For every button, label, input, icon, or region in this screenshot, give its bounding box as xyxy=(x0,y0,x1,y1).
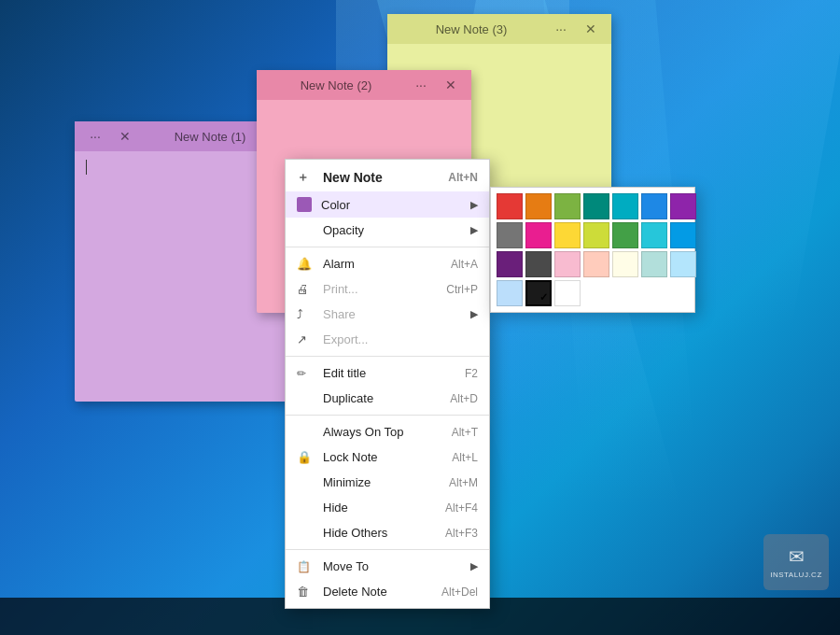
menu-item-share: ⤴ Share ▶ xyxy=(286,302,489,327)
menu-item-duplicate-shortcut: Alt+D xyxy=(450,392,478,405)
menu-item-delete-note[interactable]: 🗑 Delete Note Alt+Del xyxy=(286,579,489,604)
note3-buttons: ··· ✕ xyxy=(548,18,604,40)
menu-item-color-label: Color xyxy=(321,198,467,212)
alarm-icon: 🔔 xyxy=(297,257,315,271)
color-swatch[interactable] xyxy=(612,251,638,277)
lock-icon: 🔒 xyxy=(297,450,315,464)
color-swatch[interactable] xyxy=(497,193,523,219)
note3-close-button[interactable]: ✕ xyxy=(578,18,604,40)
edit-title-icon: ✏ xyxy=(297,367,315,380)
menu-item-always-on-top-label: Always On Top xyxy=(323,425,444,439)
menu-item-move-to[interactable]: 📋 Move To ▶ xyxy=(286,554,489,579)
menu-item-hide-others[interactable]: Hide Others Alt+F3 xyxy=(286,520,489,545)
menu-item-always-on-top[interactable]: Always On Top Alt+T xyxy=(286,419,489,444)
note2-header: New Note (2) ··· ✕ xyxy=(257,70,471,100)
menu-item-hide-others-label: Hide Others xyxy=(323,526,438,540)
color-swatch[interactable] xyxy=(670,222,696,248)
note1-cursor xyxy=(86,160,87,175)
menu-item-minimize-shortcut: Alt+M xyxy=(449,476,478,489)
color-swatch[interactable] xyxy=(525,222,552,248)
watermark-text: INSTALUJ.CZ xyxy=(770,571,822,579)
context-menu: ＋ New Note Alt+N Color ▶ Opacity ▶ 🔔 Ala… xyxy=(285,159,490,609)
menu-item-alarm-label: Alarm xyxy=(323,257,443,271)
menu-item-share-label: Share xyxy=(323,307,467,321)
menu-item-hide-label: Hide xyxy=(323,501,438,515)
export-icon: ↗ xyxy=(297,332,315,346)
menu-item-minimize[interactable]: Minimize Alt+M xyxy=(286,470,489,495)
menu-item-lock-note-shortcut: Alt+L xyxy=(452,451,478,464)
color-swatch[interactable] xyxy=(554,222,581,248)
color-palette xyxy=(490,187,695,313)
menu-item-color[interactable]: Color ▶ xyxy=(286,191,489,218)
color-swatch[interactable] xyxy=(554,280,581,306)
separator-2 xyxy=(286,356,489,357)
menu-item-move-to-label: Move To xyxy=(323,559,467,573)
menu-item-duplicate-label: Duplicate xyxy=(323,391,442,405)
color-swatch[interactable] xyxy=(525,251,552,277)
note2-close-button[interactable]: ✕ xyxy=(438,74,464,96)
menu-item-opacity-label: Opacity xyxy=(323,223,467,237)
move-to-arrow-icon: ▶ xyxy=(470,560,478,572)
note1-menu-button[interactable]: ··· xyxy=(82,125,108,148)
color-swatch[interactable] xyxy=(670,193,696,219)
menu-item-new-note-shortcut: Alt+N xyxy=(448,171,478,184)
share-arrow-icon: ▶ xyxy=(470,308,478,320)
menu-item-alarm-shortcut: Alt+A xyxy=(451,258,478,271)
menu-item-delete-note-shortcut: Alt+Del xyxy=(441,586,478,599)
menu-item-edit-title-shortcut: F2 xyxy=(465,367,478,380)
note3-menu-button[interactable]: ··· xyxy=(548,18,574,40)
menu-item-print: 🖨 Print... Ctrl+P xyxy=(286,276,489,302)
menu-item-minimize-label: Minimize xyxy=(323,475,441,489)
color-swatch[interactable] xyxy=(497,251,523,277)
menu-item-hide[interactable]: Hide Alt+F4 xyxy=(286,495,489,520)
color-swatch[interactable] xyxy=(583,251,609,277)
menu-item-export-label: Export... xyxy=(323,332,478,346)
move-to-icon: 📋 xyxy=(297,560,315,573)
color-swatch[interactable] xyxy=(641,193,667,219)
color-swatch[interactable] xyxy=(583,193,609,219)
menu-item-lock-note-label: Lock Note xyxy=(323,450,444,464)
menu-item-opacity[interactable]: Opacity ▶ xyxy=(286,218,489,243)
watermark: ✉ INSTALUJ.CZ xyxy=(763,534,829,590)
note3-header: New Note (3) ··· ✕ xyxy=(387,14,611,44)
color-swatch[interactable] xyxy=(554,251,581,277)
separator-3 xyxy=(286,415,489,416)
color-arrow-icon: ▶ xyxy=(470,199,478,211)
note3-title: New Note (3) xyxy=(395,22,548,36)
menu-item-edit-title[interactable]: ✏ Edit title F2 xyxy=(286,360,489,386)
menu-item-duplicate[interactable]: Duplicate Alt+D xyxy=(286,386,489,411)
color-swatch[interactable] xyxy=(670,251,696,277)
separator-4 xyxy=(286,549,489,550)
menu-item-new-note[interactable]: ＋ New Note Alt+N xyxy=(286,163,489,191)
color-swatch[interactable] xyxy=(612,193,638,219)
color-swatch[interactable] xyxy=(641,222,667,248)
share-icon: ⤴ xyxy=(297,307,315,321)
desktop: ··· ✕ New Note (1) New Note (2) ··· ✕ Ne… xyxy=(0,0,840,635)
color-swatch[interactable] xyxy=(583,222,609,248)
color-swatch[interactable] xyxy=(612,222,638,248)
menu-item-lock-note[interactable]: 🔒 Lock Note Alt+L xyxy=(286,444,489,470)
note1-close-button[interactable]: ✕ xyxy=(112,125,138,148)
note2-body[interactable] xyxy=(257,100,471,115)
note1-buttons: ··· ✕ xyxy=(82,125,138,148)
menu-item-export: ↗ Export... xyxy=(286,327,489,352)
separator-1 xyxy=(286,247,489,247)
color-swatch[interactable] xyxy=(641,251,667,277)
note3-body[interactable] xyxy=(387,44,611,59)
menu-item-always-on-top-shortcut: Alt+T xyxy=(452,426,478,439)
color-swatch[interactable] xyxy=(525,193,552,219)
menu-item-alarm[interactable]: 🔔 Alarm Alt+A xyxy=(286,251,489,276)
menu-item-new-note-label: New Note xyxy=(323,170,441,185)
color-swatch[interactable] xyxy=(525,280,552,306)
note2-title: New Note (2) xyxy=(264,78,408,92)
color-swatch[interactable] xyxy=(497,222,523,248)
color-swatch-icon xyxy=(297,197,312,212)
color-swatch[interactable] xyxy=(497,280,523,306)
menu-item-hide-others-shortcut: Alt+F3 xyxy=(445,527,478,540)
opacity-arrow-icon: ▶ xyxy=(470,224,478,236)
color-swatch[interactable] xyxy=(554,193,581,219)
note2-buttons: ··· ✕ xyxy=(408,74,464,96)
note2-menu-button[interactable]: ··· xyxy=(408,74,434,96)
menu-item-print-label: Print... xyxy=(323,282,439,296)
print-icon: 🖨 xyxy=(297,282,315,296)
